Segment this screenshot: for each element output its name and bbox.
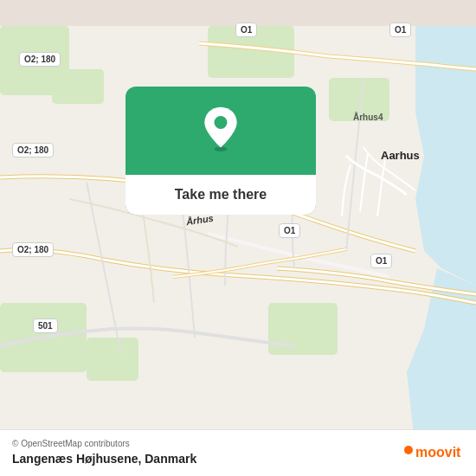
route-label-o1-c: O1 [279, 223, 300, 238]
map-background [0, 0, 476, 476]
route-label-o1-a: O1 [235, 23, 257, 37]
route-label-501: 501 [33, 318, 58, 333]
route-label-o1-b: O1 [389, 23, 411, 37]
location-pin-icon [196, 104, 245, 152]
place-label-aarhus: Aarhus [381, 149, 420, 162]
location-name: Langenæs Højhusene, Danmark [12, 452, 464, 466]
route-label-o2-180-a: O2; 180 [19, 52, 61, 67]
route-label-o2-180-b: O2; 180 [12, 143, 54, 158]
route-label-o1-d: O1 [370, 254, 392, 268]
route-label-arhus4: Århus4 [353, 113, 383, 122]
svg-rect-7 [87, 338, 138, 381]
copyright-text: © OpenStreetMap contributors [12, 439, 464, 448]
location-card: Take me there [125, 87, 316, 215]
moovit-logo-icon: moovit [403, 443, 464, 466]
moovit-logo: moovit [403, 443, 464, 466]
map-container: O2; 180 O2; 180 O2; 180 O1 O1 O1 O1 501 … [0, 0, 476, 476]
svg-rect-5 [268, 303, 338, 355]
take-me-there-button[interactable]: Take me there [125, 175, 316, 215]
svg-point-9 [215, 116, 228, 129]
route-label-o2-180-c: O2; 180 [12, 242, 54, 257]
bottom-bar: © OpenStreetMap contributors Langenæs Hø… [0, 429, 476, 476]
svg-text:moovit: moovit [415, 445, 461, 460]
svg-point-10 [404, 446, 413, 454]
svg-rect-3 [52, 69, 104, 104]
